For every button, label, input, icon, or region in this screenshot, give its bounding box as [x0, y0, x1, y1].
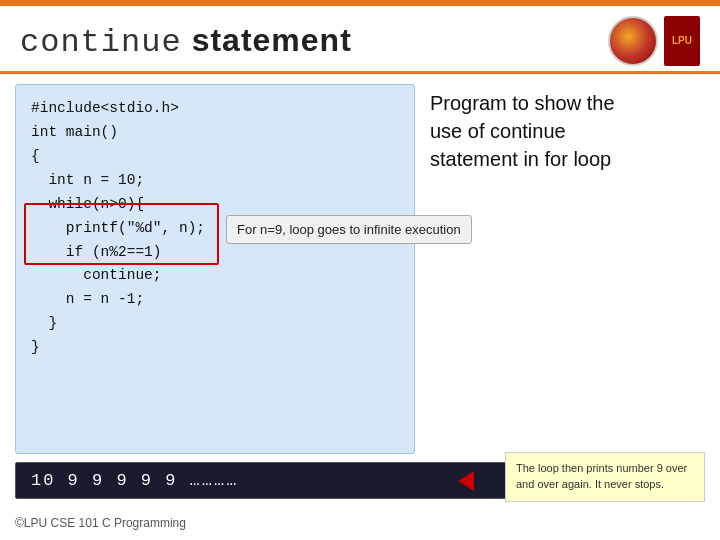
logo-circle-icon: [608, 16, 658, 66]
header-divider: [0, 71, 720, 74]
title-area: continue statement: [20, 22, 352, 61]
note-box: The loop then prints number 9 over and o…: [505, 452, 705, 502]
title-serif: statement: [192, 22, 352, 59]
header: continue statement LPU: [0, 6, 720, 71]
output-arrow-icon: [458, 471, 474, 491]
logo-container: LPU: [608, 16, 700, 66]
output-text: 10 9 9 9 9 9 …………: [31, 471, 238, 490]
callout-container: For n=9, loop goes to infinite execution: [226, 215, 472, 244]
code-block: #include<stdio.h> int main() { int n = 1…: [15, 84, 415, 454]
description-text: Program to show the use of continue stat…: [430, 89, 630, 173]
note-text: The loop then prints number 9 over and o…: [516, 462, 687, 490]
description-panel: Program to show the use of continue stat…: [430, 84, 630, 454]
footer: ©LPU CSE 101 C Programming: [15, 516, 186, 530]
lpu-badge: LPU: [664, 16, 700, 66]
callout-box: For n=9, loop goes to infinite execution: [226, 215, 472, 244]
footer-text: ©LPU CSE 101 C Programming: [15, 516, 186, 530]
lpu-text: LPU: [672, 35, 692, 47]
title-mono: continue: [20, 24, 182, 61]
main-content: #include<stdio.h> int main() { int n = 1…: [0, 84, 720, 454]
